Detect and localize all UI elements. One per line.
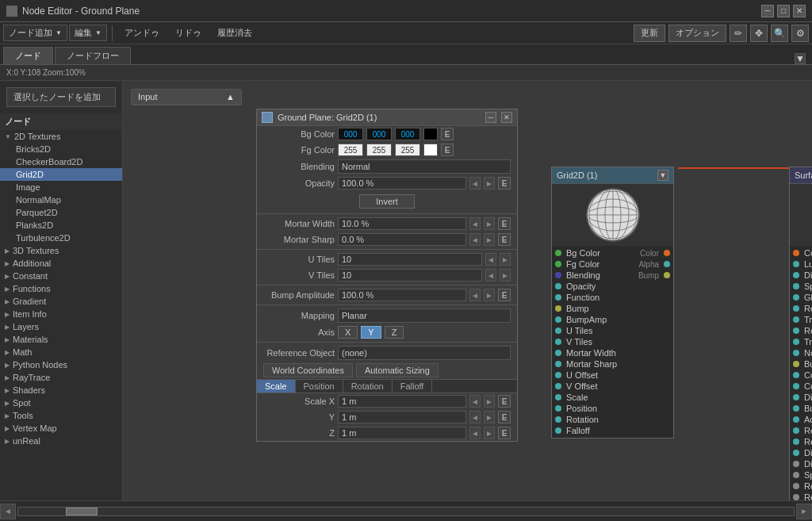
sidebar-category-spot[interactable]: ▶ Spot <box>0 396 122 409</box>
fg-b-field[interactable]: 255 <box>395 144 420 156</box>
minimize-button[interactable]: ─ <box>761 5 774 17</box>
mortar-sharp-right-arrow[interactable]: ► <box>484 233 495 246</box>
bg-e-button[interactable]: E <box>441 128 454 140</box>
sub-tab-rotation[interactable]: Rotation <box>343 380 393 393</box>
scale-y-e-button[interactable]: E <box>498 411 511 423</box>
v-tiles-field[interactable]: 10 <box>338 269 482 282</box>
sidebar-category-constant[interactable]: ▶ Constant <box>0 270 122 282</box>
mortar-sharp-left-arrow[interactable]: ◄ <box>469 233 481 246</box>
sidebar-item-bricks2d[interactable]: Bricks2D <box>0 143 122 155</box>
sub-tab-position[interactable]: Position <box>296 380 343 393</box>
sidebar-item-checkerboard2d[interactable]: CheckerBoard2D <box>0 155 122 168</box>
clear-history-menu-item[interactable]: 履歴消去 <box>210 25 259 41</box>
sidebar-category-materials[interactable]: ▶ Materials <box>0 333 122 346</box>
sidebar-category-unreal[interactable]: ▶ unReal <box>0 435 122 447</box>
add-node-button[interactable]: 選択したノードを追加 <box>6 87 116 107</box>
opacity-right-arrow[interactable]: ► <box>484 177 495 190</box>
scale-z-field[interactable]: 1 m <box>338 427 466 439</box>
close-button[interactable]: ✕ <box>793 5 806 17</box>
blending-select[interactable]: Normal Additive Multiply <box>338 159 511 174</box>
sidebar-category-math[interactable]: ▶ Math <box>0 346 122 358</box>
sidebar-item-parquet2d[interactable]: Parquet2D <box>0 206 122 219</box>
pencil-icon[interactable]: ✏ <box>730 25 747 42</box>
scale-x-left-arrow[interactable]: ◄ <box>469 395 481 408</box>
fg-color-swatch[interactable] <box>423 144 438 156</box>
mortar-width-right-arrow[interactable]: ► <box>484 217 495 230</box>
sidebar-category-python-nodes[interactable]: ▶ Python Nodes <box>0 358 122 371</box>
mortar-sharp-field[interactable]: 0.0 % <box>338 233 466 246</box>
scale-y-right-arrow[interactable]: ► <box>484 411 495 423</box>
bg-color-swatch[interactable] <box>423 128 438 140</box>
u-tiles-left-arrow[interactable]: ◄ <box>485 253 496 266</box>
sidebar-category-vertex-map[interactable]: ▶ Vertex Map <box>0 422 122 435</box>
settings-icon[interactable]: ⚙ <box>791 25 809 42</box>
options-button[interactable]: オプション <box>668 25 726 42</box>
opacity-field[interactable]: 100.0 % <box>338 177 466 190</box>
invert-button[interactable]: Invert <box>359 194 415 209</box>
axis-y-button[interactable]: Y <box>361 326 381 339</box>
sidebar-category-functions[interactable]: ▶ Functions <box>0 282 122 295</box>
move-icon[interactable]: ✥ <box>750 25 768 42</box>
mortar-width-left-arrow[interactable]: ◄ <box>469 217 481 230</box>
edit-menu[interactable]: 編集 ▼ <box>69 25 107 41</box>
sidebar-item-grid2d[interactable]: Grid2D <box>0 168 122 181</box>
fg-g-field[interactable]: 255 <box>366 144 392 156</box>
undo-menu-item[interactable]: アンドゥ <box>117 25 167 41</box>
tab-options-icon[interactable]: ▼ <box>795 53 806 64</box>
opacity-left-arrow[interactable]: ◄ <box>469 177 481 190</box>
tab-node[interactable]: ノード <box>3 47 53 64</box>
fg-e-button[interactable]: E <box>441 144 454 156</box>
mortar-width-e-button[interactable]: E <box>498 217 511 230</box>
scale-y-left-arrow[interactable]: ◄ <box>469 411 481 423</box>
auto-sizing-button[interactable]: Automatic Sizing <box>356 363 439 377</box>
v-tiles-right-arrow[interactable]: ► <box>500 269 511 282</box>
bump-amp-e-button[interactable]: E <box>498 289 511 301</box>
node-add-menu[interactable]: ノード追加 ▼ <box>3 25 67 41</box>
mapping-select[interactable]: Planar Cylindrical Spherical UV <box>338 308 511 323</box>
scale-z-right-arrow[interactable]: ► <box>484 427 495 439</box>
gp-close-btn[interactable]: ✕ <box>501 112 512 123</box>
canvas-area[interactable]: Input ▲ Ground Plane: Grid2D (1) ─ ✕ Bg … <box>123 81 812 500</box>
grid2d-menu-btn[interactable]: ▼ <box>657 170 668 181</box>
bg-g-field[interactable]: 000 <box>366 128 392 140</box>
sidebar-category-layers[interactable]: ▶ Layers <box>0 320 122 333</box>
sub-tab-scale[interactable]: Scale <box>257 380 296 393</box>
sidebar-item-turbulence2d[interactable]: Turbulence2D <box>0 232 122 244</box>
sidebar-category-raytrace[interactable]: ▶ RayTrace <box>0 371 122 384</box>
world-coords-button[interactable]: World Coordinates <box>263 363 353 377</box>
update-button[interactable]: 更新 <box>634 25 665 42</box>
bump-amp-field[interactable]: 100.0 % <box>338 289 466 301</box>
sidebar-item-planks2d[interactable]: Planks2D <box>0 219 122 232</box>
bump-amp-right-arrow[interactable]: ► <box>484 289 495 301</box>
redo-menu-item[interactable]: リドゥ <box>168 25 209 41</box>
scale-z-left-arrow[interactable]: ◄ <box>469 427 481 439</box>
sidebar-category-3d-textures[interactable]: ▶ 3D Textures <box>0 244 122 257</box>
ref-object-select[interactable]: (none) <box>338 346 511 360</box>
scale-y-field[interactable]: 1 m <box>338 411 466 423</box>
mortar-sharp-e-button[interactable]: E <box>498 233 511 246</box>
sidebar-category-shaders[interactable]: ▶ Shaders <box>0 384 122 396</box>
maximize-button[interactable]: □ <box>777 5 790 17</box>
bg-b-field[interactable]: 000 <box>395 128 420 140</box>
sidebar-category-gradient[interactable]: ▶ Gradient <box>0 295 122 308</box>
bg-r-field[interactable]: 000 <box>338 128 363 140</box>
opacity-e-button[interactable]: E <box>498 177 511 190</box>
scale-z-e-button[interactable]: E <box>498 427 511 439</box>
gp-minimize-btn[interactable]: ─ <box>485 112 496 123</box>
sidebar-category-item-info[interactable]: ▶ Item Info <box>0 308 122 320</box>
axis-x-button[interactable]: X <box>338 326 358 339</box>
search-icon[interactable]: 🔍 <box>771 25 788 42</box>
scrollbar-thumb[interactable] <box>66 508 98 515</box>
scroll-right-btn[interactable]: ► <box>796 504 812 519</box>
tab-nodeflow[interactable]: ノードフロー <box>55 47 131 64</box>
bump-amp-left-arrow[interactable]: ◄ <box>469 289 481 301</box>
sidebar-category-2d-textures[interactable]: ▼ 2D Textures <box>0 130 122 143</box>
scale-x-right-arrow[interactable]: ► <box>484 395 495 408</box>
sidebar-item-image[interactable]: Image <box>0 181 122 193</box>
scale-x-e-button[interactable]: E <box>498 395 511 408</box>
sidebar-category-tools[interactable]: ▶ Tools <box>0 409 122 422</box>
u-tiles-right-arrow[interactable]: ► <box>500 253 511 266</box>
scale-x-field[interactable]: 1 m <box>338 395 466 408</box>
v-tiles-left-arrow[interactable]: ◄ <box>485 269 496 282</box>
fg-r-field[interactable]: 255 <box>338 144 363 156</box>
